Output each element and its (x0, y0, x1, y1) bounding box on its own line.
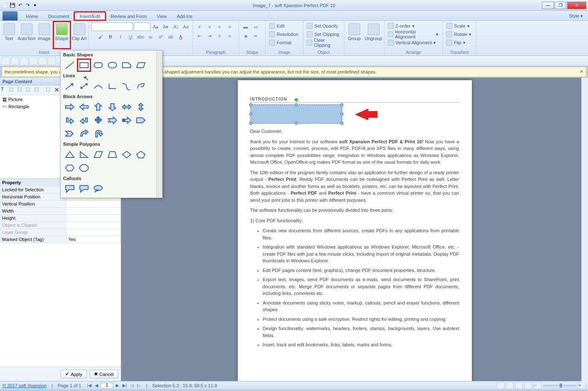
prop-marked-value[interactable]: Yes (66, 236, 121, 243)
shape-arrow-quad[interactable] (92, 115, 104, 126)
indent-left-icon[interactable]: ⇤ (195, 32, 204, 40)
shape-s-curve[interactable] (121, 81, 132, 91)
shape-arrow-chevron[interactable] (64, 128, 76, 139)
image-button[interactable]: Image (36, 22, 53, 48)
shape-arrow-down[interactable] (107, 102, 118, 112)
case-icon[interactable]: Aa (181, 23, 191, 31)
clipart-button[interactable]: Clip Art (71, 22, 88, 48)
prop-width-value[interactable] (66, 208, 121, 215)
resolution-button[interactable]: Resolution (267, 30, 300, 38)
ungroup-button[interactable]: Ungroup (364, 22, 383, 48)
shape-arrow-bent[interactable] (64, 115, 76, 126)
tab-insert-edit[interactable]: Insert/Edit (74, 12, 106, 20)
zorder-button[interactable]: Z-order ▾ (386, 22, 416, 30)
tab-view[interactable]: View (152, 12, 172, 20)
shape-ellipse[interactable] (107, 60, 118, 71)
strike-icon[interactable]: abc (136, 33, 145, 41)
hint-close-icon[interactable]: ✕ (580, 69, 583, 74)
font-size-combo[interactable] (134, 23, 150, 31)
set-opacity-button[interactable]: Set Opacity (305, 22, 340, 30)
tool-icon[interactable] (11, 57, 19, 65)
tool-icon[interactable]: ⬚ (46, 86, 53, 94)
shape-arrow-striped[interactable] (121, 115, 132, 126)
resize-handle[interactable] (249, 122, 252, 125)
next-page-icon[interactable]: ▶ (115, 383, 120, 388)
tab-document[interactable]: Document (43, 12, 74, 20)
shape-elbow[interactable] (107, 81, 118, 91)
tool-icon[interactable] (2, 57, 10, 65)
format-painter-icon[interactable]: 🖌 (96, 33, 105, 41)
tab-addins[interactable]: Add-Ins (172, 12, 198, 20)
line-spacing-icon[interactable]: ≡ (215, 32, 224, 40)
align-left-icon[interactable]: ≡ (195, 23, 204, 31)
edit-image-button[interactable]: Edit (267, 22, 286, 30)
first-page-icon[interactable]: |◀ (86, 383, 92, 388)
view-mode-icon[interactable] (524, 382, 532, 389)
tool-icon[interactable] (20, 57, 28, 65)
shape-loop[interactable] (135, 81, 147, 91)
shape-arrow-curved-right[interactable] (78, 128, 90, 139)
shape-curve[interactable] (92, 81, 104, 91)
rotation-handle[interactable] (295, 98, 298, 102)
shape-right-triangle[interactable] (78, 149, 90, 160)
page-number-input[interactable] (101, 383, 113, 388)
shape-line[interactable] (64, 60, 76, 71)
font-family-combo[interactable] (91, 23, 133, 31)
scale-button[interactable]: Scale ▾ (445, 22, 471, 30)
gallery-scrollbar[interactable] (156, 51, 162, 198)
shape-fill-icon[interactable]: ▬ (241, 23, 250, 31)
view-mode-icon[interactable] (506, 382, 514, 389)
shape-rhombus[interactable] (92, 149, 104, 160)
superscript-icon[interactable]: x² (156, 33, 165, 41)
shape-arrow-right[interactable] (64, 102, 76, 112)
apply-button[interactable]: ✔ Apply (61, 370, 87, 378)
prop-vpos-value[interactable] (66, 201, 121, 208)
qat-dropdown-icon[interactable]: ▾ (32, 2, 38, 9)
autotext-button[interactable]: AutoText (18, 22, 35, 48)
shape-arrow-line[interactable] (64, 81, 76, 91)
clear-clipping-button[interactable]: Clear Clipping (305, 38, 341, 47)
shape-arrow-updown[interactable] (135, 102, 147, 112)
resize-handle[interactable] (295, 122, 298, 125)
undo-icon[interactable]: ↶ (17, 2, 23, 9)
flip-button[interactable]: Flip ▾ (445, 38, 467, 47)
shape-weight-icon[interactable]: ━ (251, 32, 260, 40)
shape-arrow-uturn[interactable] (92, 128, 104, 139)
prev-page-icon[interactable]: ◀ (94, 383, 99, 388)
shape-outline-icon[interactable]: ▭ (251, 23, 260, 31)
shape-hexagon[interactable] (64, 162, 76, 173)
justify-icon[interactable]: ≡ (225, 23, 234, 31)
shape-button[interactable]: Shape (53, 22, 70, 48)
tool-icon[interactable]: ⬚ (18, 86, 25, 94)
view-mode-icon[interactable] (515, 382, 523, 389)
format-image-button[interactable]: Format (267, 38, 293, 47)
resize-handle[interactable] (295, 103, 298, 107)
file-menu-button[interactable] (3, 11, 18, 20)
shape-trapezoid[interactable] (107, 149, 118, 160)
highlight-icon[interactable]: ab (166, 33, 176, 41)
style-dropdown[interactable]: Style ▾ (564, 12, 588, 20)
italic-icon[interactable]: I (116, 33, 125, 41)
tab-home[interactable]: Home (21, 12, 43, 20)
zoom-in-icon[interactable]: + (578, 382, 585, 389)
shape-double-arrow-line[interactable] (78, 81, 90, 91)
save-icon[interactable]: 💾 (9, 2, 16, 9)
shape-rounded-rect[interactable] (92, 60, 104, 71)
tool-icon[interactable]: ⬚ (9, 86, 17, 94)
shape-arrow-leftright[interactable] (121, 102, 132, 112)
char-spacing-icon[interactable]: Aͣ (171, 23, 181, 31)
nav-fwd-icon[interactable]: ▷ (136, 383, 141, 388)
shape-folded-corner[interactable] (121, 60, 132, 71)
group-button[interactable]: Group (346, 22, 363, 48)
resize-handle[interactable] (340, 103, 344, 107)
tool-icon[interactable] (38, 57, 47, 65)
zoom-slider[interactable] (543, 385, 576, 386)
redo-icon[interactable]: ↷ (24, 2, 31, 9)
align-center-icon[interactable]: ≡ (205, 23, 214, 31)
set-clipping-button[interactable]: Set Clipping (305, 30, 341, 38)
align-right-icon[interactable]: ≡ (215, 23, 224, 31)
shape-arrow-notched[interactable] (107, 115, 118, 126)
resize-handle[interactable] (249, 112, 252, 116)
valign-button[interactable]: Vertical Alignment ▾ (386, 38, 438, 47)
shape-octagon[interactable] (78, 162, 90, 173)
